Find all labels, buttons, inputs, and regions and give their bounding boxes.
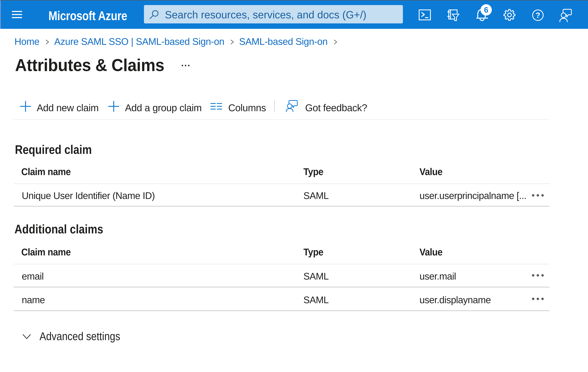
dot bbox=[182, 65, 183, 66]
breadcrumb-saml-sso[interactable]: Azure SAML SSO | SAML-based Sign-on bbox=[54, 36, 224, 47]
command-bar: Add new claim Add a group claim Columns bbox=[0, 98, 588, 114]
table-header-rule bbox=[14, 183, 550, 184]
table-row-rule bbox=[14, 310, 550, 311]
notifications-bell-icon[interactable]: 6 bbox=[475, 3, 493, 21]
required-claim-heading: Required claim bbox=[15, 143, 92, 156]
cell-claim-name[interactable]: Unique User Identifier (Name ID) bbox=[22, 191, 155, 201]
got-feedback-label: Got feedback? bbox=[305, 103, 367, 113]
chevron-down-icon bbox=[22, 334, 31, 339]
column-header-type[interactable]: Type bbox=[304, 247, 323, 257]
breadcrumb-home[interactable]: Home bbox=[14, 36, 39, 47]
add-new-claim-label: Add new claim bbox=[37, 103, 99, 113]
toolbar-divider bbox=[274, 100, 275, 112]
cell-type: SAML bbox=[304, 191, 329, 201]
plus-icon bbox=[108, 101, 119, 112]
cell-claim-name[interactable]: email bbox=[22, 272, 44, 281]
header-actions: 6 ? bbox=[0, 0, 588, 29]
table-row-rule bbox=[14, 287, 550, 287]
breadcrumb-chevron-icon bbox=[45, 39, 49, 45]
cell-type: SAML bbox=[304, 295, 329, 305]
cell-value: user.userprincipalname [... bbox=[420, 191, 526, 201]
advanced-settings-label: Advanced settings bbox=[40, 330, 120, 342]
title-more-options-icon[interactable] bbox=[182, 64, 191, 67]
dot bbox=[188, 65, 189, 66]
columns-icon bbox=[210, 103, 222, 110]
column-header-value[interactable]: Value bbox=[420, 247, 442, 257]
feedback-icon[interactable] bbox=[557, 8, 573, 23]
dot bbox=[541, 194, 544, 197]
svg-text:?: ? bbox=[536, 11, 540, 20]
dot bbox=[532, 194, 534, 197]
azure-portal-page: Microsoft Azure bbox=[0, 0, 588, 372]
additional-claims-heading: Additional claims bbox=[14, 223, 103, 235]
dot bbox=[185, 65, 186, 66]
row-context-menu-icon[interactable] bbox=[532, 274, 545, 277]
column-header-value[interactable]: Value bbox=[420, 167, 442, 177]
cell-value: user.mail bbox=[420, 272, 456, 281]
cell-value: user.displayname bbox=[420, 295, 491, 305]
help-icon[interactable]: ? bbox=[532, 9, 544, 21]
dot bbox=[532, 298, 534, 300]
top-nav-bar: Microsoft Azure bbox=[0, 0, 588, 29]
directory-filter-icon[interactable] bbox=[447, 9, 460, 21]
breadcrumb-chevron-icon bbox=[334, 39, 337, 45]
column-header-type[interactable]: Type bbox=[304, 167, 323, 177]
feedback-icon bbox=[286, 99, 298, 113]
dot bbox=[532, 274, 534, 276]
row-context-menu-icon[interactable] bbox=[532, 298, 545, 300]
cloud-shell-icon[interactable] bbox=[419, 10, 431, 21]
notifications-badge: 6 bbox=[484, 6, 488, 14]
add-group-claim-label: Add a group claim bbox=[125, 103, 202, 113]
cell-claim-name[interactable]: name bbox=[22, 295, 45, 305]
table-header-rule bbox=[14, 264, 550, 264]
settings-gear-icon[interactable] bbox=[503, 9, 515, 21]
columns-label: Columns bbox=[228, 103, 266, 113]
column-header-claim-name[interactable]: Claim name bbox=[21, 247, 71, 257]
cell-type: SAML bbox=[304, 272, 329, 281]
dot bbox=[541, 298, 544, 300]
column-header-claim-name[interactable]: Claim name bbox=[21, 167, 71, 177]
dot bbox=[537, 194, 539, 197]
toolbar-rule bbox=[14, 119, 550, 120]
breadcrumb-chevron-icon bbox=[230, 39, 234, 45]
dot bbox=[537, 298, 539, 300]
plus-icon bbox=[20, 101, 31, 112]
breadcrumb-saml-signon[interactable]: SAML-based Sign-on bbox=[239, 36, 327, 47]
table-row-rule bbox=[14, 206, 550, 207]
dot bbox=[541, 274, 544, 276]
page-title: Attributes & Claims bbox=[15, 57, 164, 74]
breadcrumb: Home Azure SAML SSO | SAML-based Sign-on… bbox=[14, 36, 342, 47]
dot bbox=[537, 274, 539, 276]
row-context-menu-icon[interactable] bbox=[532, 194, 545, 197]
